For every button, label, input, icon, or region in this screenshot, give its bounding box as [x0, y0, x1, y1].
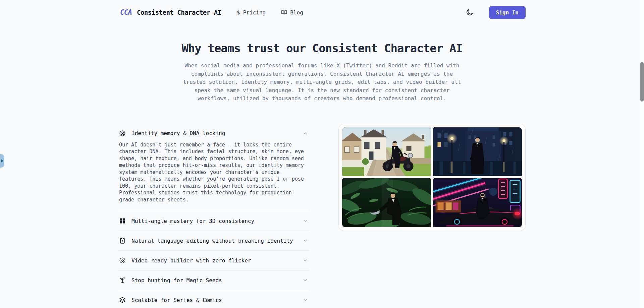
page-title: Why teams trust our Consistent Character… — [0, 42, 644, 55]
chevron-down-icon — [303, 258, 308, 263]
logo-badge: CCA — [118, 8, 133, 17]
gallery-image-rainy-night-street — [433, 127, 522, 176]
main-nav: $ Pricing Blog — [237, 9, 303, 16]
nav-link-pricing[interactable]: $ Pricing — [237, 9, 266, 16]
accordion-item-natural-language: Natural language editing without breakin… — [118, 231, 309, 251]
character-gallery-card — [338, 124, 526, 231]
nav-link-label: Pricing — [243, 9, 266, 16]
chevron-down-icon — [303, 297, 308, 303]
hero-section: Why teams trust our Consistent Character… — [0, 42, 644, 103]
chevron-down-icon — [303, 238, 308, 243]
brand-name: Consistent Character AI — [137, 9, 221, 16]
accordion-label: Scalable for Series & Comics — [131, 297, 222, 303]
accordion-header[interactable]: Multi-angle mastery for 3D consistency — [118, 211, 309, 231]
grid-icon — [119, 218, 126, 224]
gallery-image-countryside-motorcycle — [342, 127, 431, 176]
chevron-down-icon — [303, 278, 308, 283]
moon-icon — [466, 8, 474, 16]
accordion-header[interactable]: Video-ready builder with zero flicker — [118, 251, 309, 270]
open-book-icon — [281, 9, 287, 15]
side-drawer-tab[interactable] — [0, 154, 4, 168]
accordion-body: Our AI doesn't just remember a face - it… — [118, 140, 309, 211]
nav-link-blog[interactable]: Blog — [281, 9, 303, 16]
film-reel-icon — [119, 257, 126, 264]
gallery-image-jungle-machete — [342, 178, 431, 227]
accordion-label: Video-ready builder with zero flicker — [131, 257, 251, 264]
scrollbar-track — [640, 0, 644, 308]
accordion-label: Identity memory & DNA locking — [131, 130, 225, 136]
header: CCA Consistent Character AI $ Pricing Bl… — [118, 0, 526, 25]
accordion-header[interactable]: Identity memory & DNA locking — [118, 124, 309, 140]
right-triangle-icon — [1, 159, 3, 163]
accordion-item-series-comics: Scalable for Series & Comics — [118, 290, 309, 308]
dollar-icon: $ — [237, 9, 240, 16]
accordion-item-identity-memory: Identity memory & DNA locking Our AI doe… — [118, 124, 309, 211]
clipboard-play-icon — [119, 237, 126, 244]
theme-toggle-button[interactable] — [464, 7, 475, 18]
accordion-label: Multi-angle mastery for 3D consistency — [131, 218, 254, 224]
main-content: Identity memory & DNA locking Our AI doe… — [118, 124, 526, 308]
brand-logo[interactable]: CCA Consistent Character AI — [118, 8, 221, 17]
accordion-header[interactable]: Scalable for Series & Comics — [118, 290, 309, 308]
nav-link-label: Blog — [290, 9, 303, 16]
chevron-down-icon — [303, 218, 308, 224]
accordion-header[interactable]: Natural language editing without breakin… — [118, 231, 309, 250]
gallery-image-neon-street-car — [433, 178, 522, 227]
target-icon — [119, 130, 126, 137]
layers-icon — [119, 297, 126, 303]
sign-in-button[interactable]: Sign In — [489, 6, 526, 19]
chevron-up-icon — [303, 131, 308, 136]
accordion-item-multi-angle: Multi-angle mastery for 3D consistency — [118, 211, 309, 231]
accordion-label: Stop hunting for Magic Seeds — [131, 277, 222, 284]
accordion-item-video-ready: Video-ready builder with zero flicker — [118, 251, 309, 270]
accordion-label: Natural language editing without breakin… — [131, 238, 293, 244]
gallery-grid — [342, 127, 522, 227]
sprout-icon — [119, 277, 126, 284]
scrollbar-thumb[interactable] — [640, 62, 644, 102]
features-accordion: Identity memory & DNA locking Our AI doe… — [118, 124, 309, 308]
accordion-item-magic-seeds: Stop hunting for Magic Seeds — [118, 270, 309, 290]
hero-description: When social media and professional forum… — [180, 62, 464, 103]
accordion-header[interactable]: Stop hunting for Magic Seeds — [118, 270, 309, 290]
